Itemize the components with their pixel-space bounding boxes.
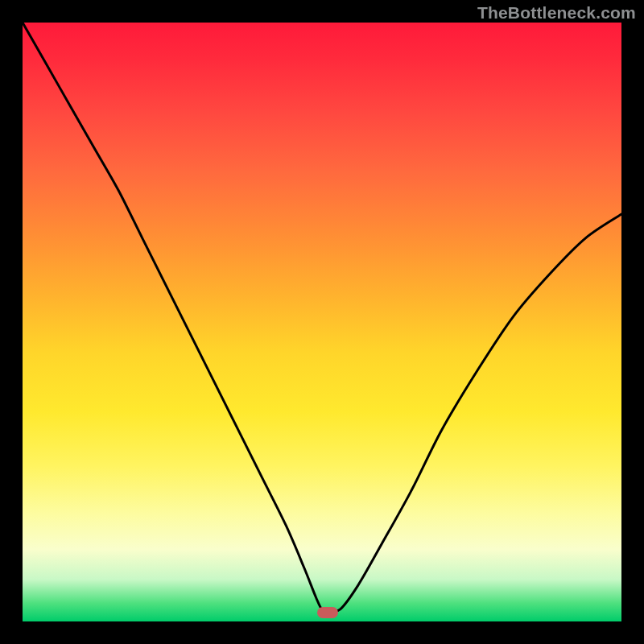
- optimal-marker: [317, 607, 338, 618]
- chart-frame: TheBottleneck.com: [0, 0, 644, 644]
- watermark-text: TheBottleneck.com: [477, 3, 636, 23]
- bottleneck-curve: [23, 23, 621, 621]
- plot-area: [23, 23, 621, 621]
